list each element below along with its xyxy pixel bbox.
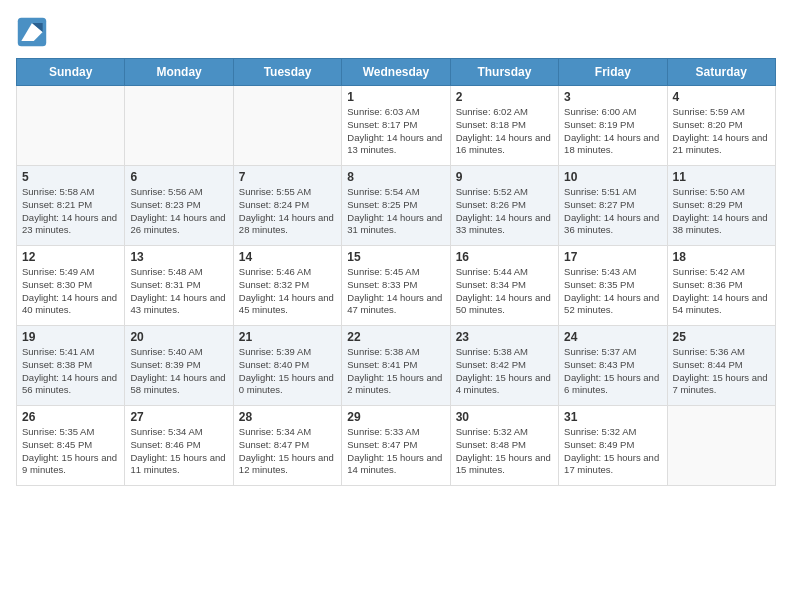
day-number: 18 xyxy=(673,250,770,264)
calendar-day: 4Sunrise: 5:59 AM Sunset: 8:20 PM Daylig… xyxy=(667,86,775,166)
day-header-saturday: Saturday xyxy=(667,59,775,86)
day-header-thursday: Thursday xyxy=(450,59,558,86)
day-number: 28 xyxy=(239,410,336,424)
calendar-day xyxy=(125,86,233,166)
day-info: Sunrise: 5:34 AM Sunset: 8:46 PM Dayligh… xyxy=(130,426,227,477)
calendar-day xyxy=(233,86,341,166)
day-header-friday: Friday xyxy=(559,59,667,86)
day-number: 3 xyxy=(564,90,661,104)
calendar-week-1: 1Sunrise: 6:03 AM Sunset: 8:17 PM Daylig… xyxy=(17,86,776,166)
calendar-day: 5Sunrise: 5:58 AM Sunset: 8:21 PM Daylig… xyxy=(17,166,125,246)
day-info: Sunrise: 5:32 AM Sunset: 8:48 PM Dayligh… xyxy=(456,426,553,477)
day-number: 1 xyxy=(347,90,444,104)
calendar-day: 3Sunrise: 6:00 AM Sunset: 8:19 PM Daylig… xyxy=(559,86,667,166)
calendar-day: 11Sunrise: 5:50 AM Sunset: 8:29 PM Dayli… xyxy=(667,166,775,246)
calendar-day: 8Sunrise: 5:54 AM Sunset: 8:25 PM Daylig… xyxy=(342,166,450,246)
day-info: Sunrise: 5:37 AM Sunset: 8:43 PM Dayligh… xyxy=(564,346,661,397)
calendar-day: 18Sunrise: 5:42 AM Sunset: 8:36 PM Dayli… xyxy=(667,246,775,326)
day-info: Sunrise: 6:00 AM Sunset: 8:19 PM Dayligh… xyxy=(564,106,661,157)
day-number: 6 xyxy=(130,170,227,184)
day-info: Sunrise: 5:46 AM Sunset: 8:32 PM Dayligh… xyxy=(239,266,336,317)
calendar-day: 13Sunrise: 5:48 AM Sunset: 8:31 PM Dayli… xyxy=(125,246,233,326)
calendar-day: 14Sunrise: 5:46 AM Sunset: 8:32 PM Dayli… xyxy=(233,246,341,326)
day-number: 24 xyxy=(564,330,661,344)
day-number: 19 xyxy=(22,330,119,344)
day-number: 9 xyxy=(456,170,553,184)
calendar-day: 1Sunrise: 6:03 AM Sunset: 8:17 PM Daylig… xyxy=(342,86,450,166)
calendar-week-5: 26Sunrise: 5:35 AM Sunset: 8:45 PM Dayli… xyxy=(17,406,776,486)
calendar-week-3: 12Sunrise: 5:49 AM Sunset: 8:30 PM Dayli… xyxy=(17,246,776,326)
day-info: Sunrise: 5:43 AM Sunset: 8:35 PM Dayligh… xyxy=(564,266,661,317)
day-info: Sunrise: 5:41 AM Sunset: 8:38 PM Dayligh… xyxy=(22,346,119,397)
calendar-day: 25Sunrise: 5:36 AM Sunset: 8:44 PM Dayli… xyxy=(667,326,775,406)
day-info: Sunrise: 5:38 AM Sunset: 8:42 PM Dayligh… xyxy=(456,346,553,397)
day-number: 4 xyxy=(673,90,770,104)
calendar-day: 26Sunrise: 5:35 AM Sunset: 8:45 PM Dayli… xyxy=(17,406,125,486)
calendar-day: 9Sunrise: 5:52 AM Sunset: 8:26 PM Daylig… xyxy=(450,166,558,246)
calendar-day: 17Sunrise: 5:43 AM Sunset: 8:35 PM Dayli… xyxy=(559,246,667,326)
day-number: 25 xyxy=(673,330,770,344)
calendar-day: 10Sunrise: 5:51 AM Sunset: 8:27 PM Dayli… xyxy=(559,166,667,246)
day-number: 13 xyxy=(130,250,227,264)
day-number: 16 xyxy=(456,250,553,264)
day-number: 17 xyxy=(564,250,661,264)
day-info: Sunrise: 5:52 AM Sunset: 8:26 PM Dayligh… xyxy=(456,186,553,237)
day-number: 12 xyxy=(22,250,119,264)
day-number: 8 xyxy=(347,170,444,184)
day-info: Sunrise: 5:40 AM Sunset: 8:39 PM Dayligh… xyxy=(130,346,227,397)
calendar-day: 15Sunrise: 5:45 AM Sunset: 8:33 PM Dayli… xyxy=(342,246,450,326)
day-number: 14 xyxy=(239,250,336,264)
calendar-day: 6Sunrise: 5:56 AM Sunset: 8:23 PM Daylig… xyxy=(125,166,233,246)
day-info: Sunrise: 5:33 AM Sunset: 8:47 PM Dayligh… xyxy=(347,426,444,477)
day-info: Sunrise: 5:45 AM Sunset: 8:33 PM Dayligh… xyxy=(347,266,444,317)
day-number: 21 xyxy=(239,330,336,344)
calendar-day: 23Sunrise: 5:38 AM Sunset: 8:42 PM Dayli… xyxy=(450,326,558,406)
calendar-day: 24Sunrise: 5:37 AM Sunset: 8:43 PM Dayli… xyxy=(559,326,667,406)
day-info: Sunrise: 5:32 AM Sunset: 8:49 PM Dayligh… xyxy=(564,426,661,477)
calendar-day xyxy=(667,406,775,486)
day-info: Sunrise: 5:51 AM Sunset: 8:27 PM Dayligh… xyxy=(564,186,661,237)
day-header-sunday: Sunday xyxy=(17,59,125,86)
day-info: Sunrise: 5:49 AM Sunset: 8:30 PM Dayligh… xyxy=(22,266,119,317)
calendar-day: 28Sunrise: 5:34 AM Sunset: 8:47 PM Dayli… xyxy=(233,406,341,486)
calendar-table: SundayMondayTuesdayWednesdayThursdayFrid… xyxy=(16,58,776,486)
day-info: Sunrise: 6:03 AM Sunset: 8:17 PM Dayligh… xyxy=(347,106,444,157)
calendar-day: 31Sunrise: 5:32 AM Sunset: 8:49 PM Dayli… xyxy=(559,406,667,486)
page-header xyxy=(16,16,776,48)
day-number: 23 xyxy=(456,330,553,344)
calendar-day: 27Sunrise: 5:34 AM Sunset: 8:46 PM Dayli… xyxy=(125,406,233,486)
calendar-header-row: SundayMondayTuesdayWednesdayThursdayFrid… xyxy=(17,59,776,86)
day-number: 30 xyxy=(456,410,553,424)
day-info: Sunrise: 5:34 AM Sunset: 8:47 PM Dayligh… xyxy=(239,426,336,477)
day-info: Sunrise: 5:54 AM Sunset: 8:25 PM Dayligh… xyxy=(347,186,444,237)
day-number: 11 xyxy=(673,170,770,184)
day-info: Sunrise: 5:35 AM Sunset: 8:45 PM Dayligh… xyxy=(22,426,119,477)
logo xyxy=(16,16,52,48)
day-number: 15 xyxy=(347,250,444,264)
day-info: Sunrise: 5:55 AM Sunset: 8:24 PM Dayligh… xyxy=(239,186,336,237)
day-number: 22 xyxy=(347,330,444,344)
day-number: 2 xyxy=(456,90,553,104)
day-number: 5 xyxy=(22,170,119,184)
day-number: 7 xyxy=(239,170,336,184)
day-info: Sunrise: 5:50 AM Sunset: 8:29 PM Dayligh… xyxy=(673,186,770,237)
calendar-day: 19Sunrise: 5:41 AM Sunset: 8:38 PM Dayli… xyxy=(17,326,125,406)
day-info: Sunrise: 5:58 AM Sunset: 8:21 PM Dayligh… xyxy=(22,186,119,237)
day-number: 20 xyxy=(130,330,227,344)
calendar-day: 2Sunrise: 6:02 AM Sunset: 8:18 PM Daylig… xyxy=(450,86,558,166)
calendar-week-2: 5Sunrise: 5:58 AM Sunset: 8:21 PM Daylig… xyxy=(17,166,776,246)
day-header-monday: Monday xyxy=(125,59,233,86)
calendar-day: 12Sunrise: 5:49 AM Sunset: 8:30 PM Dayli… xyxy=(17,246,125,326)
calendar-week-4: 19Sunrise: 5:41 AM Sunset: 8:38 PM Dayli… xyxy=(17,326,776,406)
day-number: 27 xyxy=(130,410,227,424)
calendar-day xyxy=(17,86,125,166)
calendar-day: 20Sunrise: 5:40 AM Sunset: 8:39 PM Dayli… xyxy=(125,326,233,406)
logo-icon xyxy=(16,16,48,48)
day-info: Sunrise: 5:56 AM Sunset: 8:23 PM Dayligh… xyxy=(130,186,227,237)
day-info: Sunrise: 5:36 AM Sunset: 8:44 PM Dayligh… xyxy=(673,346,770,397)
calendar-day: 21Sunrise: 5:39 AM Sunset: 8:40 PM Dayli… xyxy=(233,326,341,406)
day-header-wednesday: Wednesday xyxy=(342,59,450,86)
calendar-day: 7Sunrise: 5:55 AM Sunset: 8:24 PM Daylig… xyxy=(233,166,341,246)
day-number: 31 xyxy=(564,410,661,424)
day-info: Sunrise: 5:59 AM Sunset: 8:20 PM Dayligh… xyxy=(673,106,770,157)
